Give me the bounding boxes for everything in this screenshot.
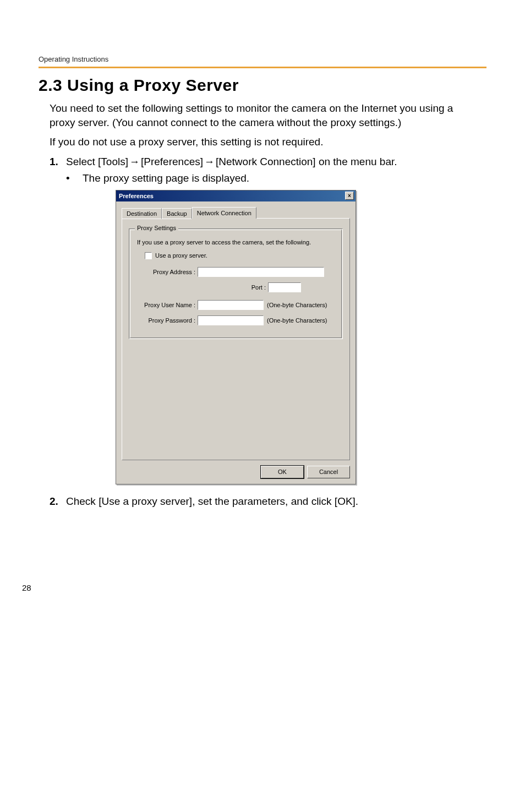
arrow-icon: → (129, 155, 140, 169)
cancel-button[interactable]: Cancel (307, 466, 350, 478)
close-icon[interactable]: × (345, 192, 354, 200)
tab-backup[interactable]: Backup (162, 208, 192, 219)
step-1-bullet-text: The proxy setting page is displayed. (83, 172, 249, 184)
proxy-user-label: Proxy User Name : (136, 302, 198, 308)
use-proxy-row[interactable]: Use a proxy server. (145, 252, 336, 259)
group-description: If you use a proxy server to access the … (136, 239, 336, 246)
step-1-bullet: • The proxy setting page is displayed. (66, 172, 475, 184)
intro-paragraph-1: You need to set the following settings t… (50, 101, 475, 129)
step-1-text: Select [Tools]→[Preferences]→[Network Co… (66, 155, 397, 169)
tab-page-network: Proxy Settings If you use a proxy server… (122, 218, 350, 460)
arrow-icon: → (204, 155, 215, 169)
header-rule (39, 67, 486, 68)
bullet-icon: • (66, 172, 83, 184)
step-1-number: 1. (50, 156, 66, 168)
section-title: 2.3 Using a Proxy Server (39, 76, 486, 95)
ok-button[interactable]: OK (261, 466, 304, 478)
page-number: 28 (0, 511, 525, 592)
use-proxy-checkbox[interactable] (145, 252, 152, 259)
proxy-address-input[interactable] (198, 267, 324, 277)
proxy-address-label: Proxy Address : (136, 269, 198, 275)
preferences-dialog: Preferences × Destination Backup Network… (116, 190, 356, 484)
step-1-mid1: [Preferences] (141, 156, 203, 167)
use-proxy-label: Use a proxy server. (155, 252, 207, 259)
dialog-title: Preferences (119, 193, 154, 199)
step-2: 2. Check [Use a proxy server], set the p… (50, 494, 475, 509)
running-head: Operating Instructions (39, 55, 486, 67)
proxy-user-input[interactable] (198, 300, 264, 310)
proxy-settings-group: Proxy Settings If you use a proxy server… (129, 228, 343, 339)
intro-paragraph-2: If you do not use a proxy server, this s… (50, 135, 475, 149)
port-input[interactable] (268, 282, 301, 292)
group-legend: Proxy Settings (135, 225, 178, 231)
step-1-mid2: [Network Connection] on the menu bar. (216, 156, 397, 167)
step-2-text: Check [Use a proxy server], set the para… (66, 494, 358, 509)
step-1-pre: Select [Tools] (66, 156, 128, 167)
port-label: Port : (136, 284, 268, 291)
tab-network-connection[interactable]: Network Connection (192, 207, 256, 219)
proxy-password-input[interactable] (198, 315, 264, 325)
proxy-password-label: Proxy Password : (136, 317, 198, 324)
tab-destination[interactable]: Destination (122, 208, 162, 219)
password-hint: (One-byte Characters) (267, 317, 327, 324)
step-2-number: 2. (50, 495, 66, 508)
user-hint: (One-byte Characters) (267, 302, 327, 308)
step-1: 1. Select [Tools]→[Preferences]→[Network… (50, 155, 475, 169)
tab-row: Destination Backup Network Connection (122, 207, 350, 219)
dialog-titlebar[interactable]: Preferences × (116, 190, 356, 201)
